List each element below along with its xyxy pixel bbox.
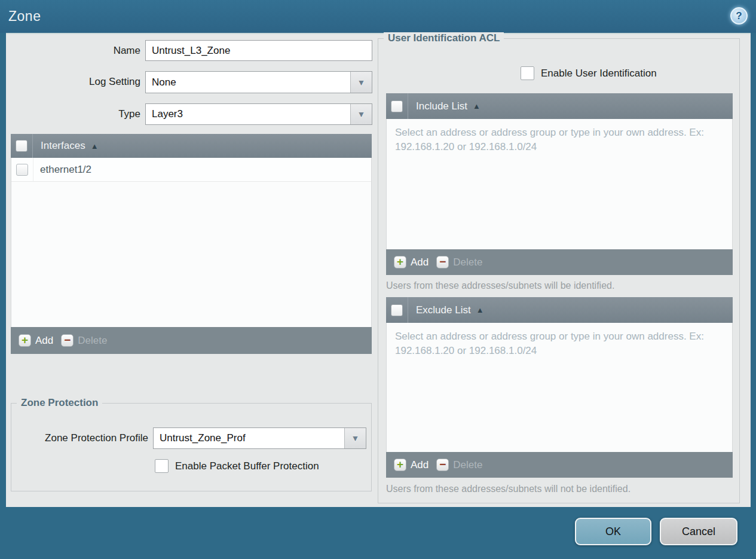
interfaces-add-button[interactable]: + Add	[19, 334, 53, 347]
plus-icon: +	[19, 334, 31, 347]
zone-protection-profile-dropdown[interactable]: Untrust_Zone_Prof ▼	[153, 427, 366, 449]
include-list-caption: Users from these addresses/subnets will …	[386, 280, 614, 291]
exclude-list-body[interactable]: Select an address or address group or ty…	[386, 323, 733, 452]
sort-asc-icon: ▲	[476, 306, 484, 314]
sort-asc-icon: ▲	[91, 142, 99, 151]
chevron-down-icon: ▼	[357, 78, 366, 87]
exclude-select-all-cell	[386, 297, 408, 323]
include-select-all-checkbox[interactable]	[391, 100, 403, 112]
zone-protection-legend: Zone Protection	[17, 397, 102, 409]
minus-icon: −	[436, 459, 449, 471]
interfaces-header-label: Interfaces	[41, 140, 85, 152]
include-list-footer: + Add − Delete	[386, 249, 733, 275]
delete-button-label: Delete	[78, 335, 107, 347]
user-identification-fieldset: User Identification ACL Enable User Iden…	[378, 38, 740, 503]
add-button-label: Add	[411, 459, 428, 471]
exclude-list-label: Exclude List	[416, 304, 471, 316]
log-setting-label: Log Setting	[6, 71, 140, 93]
chevron-down-icon: ▼	[357, 109, 366, 119]
exclude-delete-button[interactable]: − Delete	[436, 459, 482, 471]
packet-buffer-checkbox[interactable]	[155, 459, 169, 473]
enable-user-identification-checkbox[interactable]	[521, 66, 534, 80]
exclude-list-placeholder: Select an address or address group or ty…	[387, 323, 732, 358]
interfaces-table-body: ethernet1/2	[11, 158, 372, 327]
cancel-button[interactable]: Cancel	[660, 518, 737, 545]
include-list-label: Include List	[416, 100, 467, 112]
ok-button[interactable]: OK	[575, 518, 651, 545]
exclude-list-caption: Users from these addresses/subnets will …	[386, 484, 630, 494]
dialog-titlebar: Zone ?	[0, 0, 756, 33]
packet-buffer-label: Enable Packet Buffer Protection	[175, 459, 319, 474]
log-setting-dropdown[interactable]: None ▼	[145, 71, 372, 93]
include-list-placeholder: Select an address or address group or ty…	[387, 119, 732, 154]
interfaces-delete-button[interactable]: − Delete	[61, 334, 107, 347]
interface-row-checkbox[interactable]	[16, 164, 28, 176]
dialog-title: Zone	[8, 0, 41, 33]
type-dropdown-trigger[interactable]: ▼	[350, 104, 372, 124]
type-label: Type	[6, 103, 140, 125]
include-list-body[interactable]: Select an address or address group or ty…	[386, 119, 733, 249]
delete-button-label: Delete	[453, 256, 482, 268]
sort-asc-icon: ▲	[473, 102, 480, 111]
type-value: Layer3	[146, 104, 350, 124]
add-button-label: Add	[35, 335, 53, 347]
include-add-button[interactable]: + Add	[394, 256, 428, 268]
ok-button-label: OK	[605, 526, 621, 538]
type-dropdown[interactable]: Layer3 ▼	[145, 103, 372, 125]
zone-protection-profile-label: Zone Protection Profile	[14, 427, 148, 449]
interfaces-table-header[interactable]: Interfaces ▲	[11, 134, 372, 158]
enable-user-identification-label: Enable User Identification	[541, 66, 657, 81]
minus-icon: −	[61, 334, 74, 347]
plus-icon: +	[394, 459, 406, 471]
zone-protection-profile-trigger[interactable]: ▼	[344, 428, 366, 448]
cancel-button-label: Cancel	[682, 526, 715, 538]
question-mark-glyph: ?	[736, 10, 742, 22]
table-row[interactable]: ethernet1/2	[11, 158, 371, 182]
include-select-all-cell	[386, 93, 408, 119]
exclude-add-button[interactable]: + Add	[394, 459, 428, 471]
exclude-select-all-checkbox[interactable]	[391, 304, 403, 316]
zone-protection-fieldset: Zone Protection Zone Protection Profile …	[11, 403, 372, 491]
log-setting-dropdown-trigger[interactable]: ▼	[350, 72, 372, 93]
minus-icon: −	[436, 256, 449, 268]
name-label: Name	[6, 40, 140, 62]
interfaces-table-footer: + Add − Delete	[11, 327, 372, 354]
interface-name: ethernet1/2	[40, 164, 91, 176]
add-button-label: Add	[411, 256, 428, 268]
include-delete-button[interactable]: − Delete	[436, 256, 482, 268]
log-setting-value: None	[146, 72, 350, 93]
interfaces-select-all-checkbox[interactable]	[16, 140, 27, 152]
exclude-list-footer: + Add − Delete	[386, 452, 733, 478]
zone-dialog: { "dialog": { "title": "Zone" }, "icons"…	[0, 0, 756, 559]
delete-button-label: Delete	[453, 459, 482, 471]
zone-protection-profile-value: Untrust_Zone_Prof	[154, 428, 344, 448]
dialog-body: Name Log Setting None ▼ Type Layer3 ▼ In…	[6, 33, 751, 507]
interfaces-select-all-cell	[11, 134, 33, 158]
help-icon[interactable]: ?	[730, 7, 748, 25]
row-separator	[33, 158, 33, 181]
exclude-list-header[interactable]: Exclude List ▲	[386, 297, 733, 323]
include-list-header[interactable]: Include List ▲	[386, 93, 733, 119]
name-input[interactable]	[145, 40, 372, 61]
chevron-down-icon: ▼	[351, 433, 360, 443]
plus-icon: +	[394, 256, 406, 268]
user-identification-legend: User Identification ACL	[384, 32, 504, 44]
